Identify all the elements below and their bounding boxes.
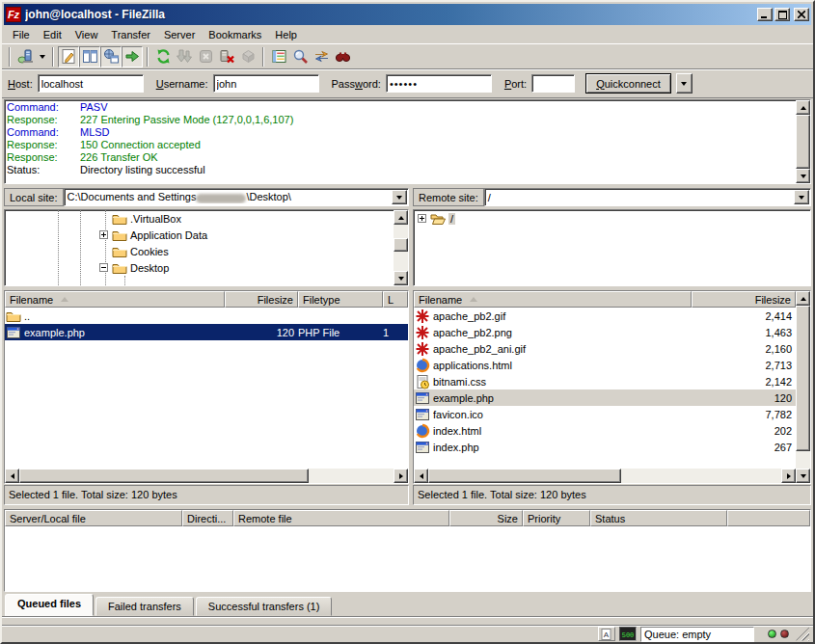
scrollbar-thumb[interactable] (796, 306, 810, 451)
file-row-bitnami-css[interactable]: bitnami.css 2,142 (414, 373, 796, 389)
scroll-up-icon[interactable] (796, 291, 810, 306)
host-input[interactable] (38, 74, 144, 93)
process-queue-icon[interactable] (174, 46, 195, 67)
menu-server[interactable]: Server (157, 27, 202, 42)
column-header-size[interactable]: Size (449, 510, 523, 526)
cancel-operation-icon[interactable] (195, 46, 216, 67)
scrollbar-thumb[interactable] (796, 115, 810, 169)
scroll-down-icon[interactable] (796, 469, 810, 483)
find-files-icon[interactable] (332, 46, 353, 67)
file-row-applications-html[interactable]: applications.html 2,713 (414, 357, 796, 373)
chevron-down-icon[interactable] (392, 190, 407, 204)
status-bar: A 500 Queue: empty (2, 625, 813, 642)
directory-comparison-icon[interactable] (289, 46, 311, 67)
disconnect-icon[interactable] (216, 46, 237, 67)
file-row-index-html[interactable]: index.html 202 (414, 422, 796, 439)
port-input[interactable] (531, 74, 575, 93)
scroll-down-icon[interactable] (394, 271, 408, 285)
tree-item-virtualbox[interactable]: .VirtualBox (5, 210, 394, 227)
tree-item-cookies[interactable]: Cookies (5, 243, 394, 259)
directory-listing-filters-icon[interactable] (268, 46, 289, 67)
remote-list-body[interactable]: apache_pb2.gif 2,414 apache_pb2.png 1,46… (414, 308, 796, 469)
scrollbar-thumb[interactable] (428, 469, 621, 483)
remote-site-combo[interactable]: / (484, 188, 811, 206)
file-row-index-php[interactable]: index.php 267 (414, 439, 796, 455)
toggle-message-log-icon[interactable] (58, 46, 79, 67)
tree-item-application-data[interactable]: Application Data (5, 227, 394, 243)
scroll-up-icon[interactable] (796, 100, 810, 115)
column-header-status[interactable]: Status (590, 510, 727, 526)
toggle-transfer-queue-icon[interactable] (122, 46, 143, 67)
scroll-right-icon[interactable] (394, 469, 408, 483)
file-row-favicon-ico[interactable]: favicon.ico 7,782 (414, 406, 796, 422)
file-row-parent-dir[interactable]: .. (5, 308, 408, 324)
column-header-filesize[interactable]: Filesize (225, 291, 298, 308)
expand-plus-icon[interactable] (418, 214, 426, 223)
toggle-local-tree-icon[interactable] (79, 46, 100, 67)
username-input[interactable] (213, 74, 319, 93)
menu-help[interactable]: Help (268, 27, 304, 42)
remote-vertical-scrollbar[interactable] (796, 291, 810, 483)
maximize-button[interactable] (774, 8, 790, 21)
column-header-filename[interactable]: Filename (414, 291, 692, 308)
file-row-apache-pb2-png[interactable]: apache_pb2.png 1,463 (414, 324, 796, 340)
local-tree-vertical-scrollbar[interactable] (394, 210, 408, 285)
scrollbar-thumb[interactable] (394, 238, 408, 252)
queue-body[interactable] (5, 526, 810, 591)
scrollbar-thumb[interactable] (19, 469, 309, 483)
column-header-server-local-file[interactable]: Server/Local file (5, 510, 182, 526)
speed-limit-indicator-icon[interactable]: 500 (619, 627, 637, 641)
synchronized-browsing-icon[interactable] (311, 46, 332, 67)
menu-edit[interactable]: Edit (37, 27, 68, 42)
tree-item-root[interactable]: / (414, 210, 810, 227)
local-horizontal-scrollbar[interactable] (5, 469, 408, 483)
reconnect-icon[interactable] (237, 46, 258, 67)
collapse-minus-icon[interactable] (99, 263, 108, 272)
quickconnect-button[interactable]: Quickconnect (585, 73, 671, 94)
file-row-example-php[interactable]: example.php 120 PHP File 1 (5, 324, 408, 340)
site-manager-dropdown-icon[interactable] (36, 46, 48, 67)
close-button[interactable] (794, 8, 809, 21)
column-header-priority[interactable]: Priority (523, 510, 590, 526)
toggle-remote-tree-icon[interactable] (100, 46, 122, 67)
quickconnect-dropdown-icon[interactable] (676, 73, 693, 94)
site-manager-icon[interactable] (14, 46, 36, 67)
column-header-direction[interactable]: Directi... (182, 510, 233, 526)
column-header-filetype[interactable]: Filetype (298, 291, 383, 308)
scroll-up-icon[interactable] (394, 210, 408, 225)
resize-grip[interactable] (796, 628, 809, 641)
file-row-apache-pb2-gif[interactable]: apache_pb2.gif 2,414 (414, 308, 796, 324)
tab-queued-files[interactable]: Queued files (5, 594, 94, 616)
password-input[interactable] (386, 74, 492, 93)
scroll-down-icon[interactable] (796, 169, 810, 183)
remote-tree-body[interactable]: / (414, 210, 810, 285)
remote-horizontal-scrollbar[interactable] (414, 469, 796, 483)
menu-bookmarks[interactable]: Bookmarks (202, 27, 268, 42)
file-row-apache-pb2-ani-gif[interactable]: apache_pb2_ani.gif 2,160 (414, 340, 796, 357)
refresh-icon[interactable] (152, 46, 174, 67)
tab-failed-transfers[interactable]: Failed transfers (95, 597, 194, 616)
expand-plus-icon[interactable] (99, 230, 108, 239)
local-list-body[interactable]: .. example.php 120 PHP File 1 (5, 308, 408, 469)
tab-successful-transfers[interactable]: Successful transfers (1) (196, 597, 333, 616)
local-tree-body[interactable]: .VirtualBox Application Data Cookies (5, 210, 394, 285)
scroll-left-icon[interactable] (414, 469, 428, 483)
menu-file[interactable]: File (6, 27, 37, 42)
tree-item-desktop[interactable]: Desktop (5, 259, 394, 276)
column-header-filesize[interactable]: Filesize (692, 291, 796, 308)
column-header-last-modified[interactable]: L (383, 291, 408, 308)
column-header-filename[interactable]: Filename (5, 291, 225, 308)
scroll-right-icon[interactable] (781, 469, 796, 483)
local-site-combo[interactable]: C:\Documents and Settings\Desktop\ (64, 188, 409, 206)
column-header-remote-file[interactable]: Remote file (233, 510, 449, 526)
queue-status-text: Queue: empty (640, 627, 754, 642)
chevron-down-icon[interactable] (794, 190, 809, 204)
log-vertical-scrollbar[interactable] (796, 100, 810, 183)
transfer-type-indicator-icon[interactable]: A (598, 627, 615, 641)
menu-transfer[interactable]: Transfer (104, 27, 157, 42)
file-row-example-php[interactable]: example.php 120 (414, 389, 796, 406)
menu-view[interactable]: View (68, 27, 105, 42)
title-bar[interactable]: Fz john@localhost - FileZilla (4, 4, 811, 25)
scroll-left-icon[interactable] (5, 469, 19, 483)
minimize-button[interactable] (757, 8, 773, 21)
